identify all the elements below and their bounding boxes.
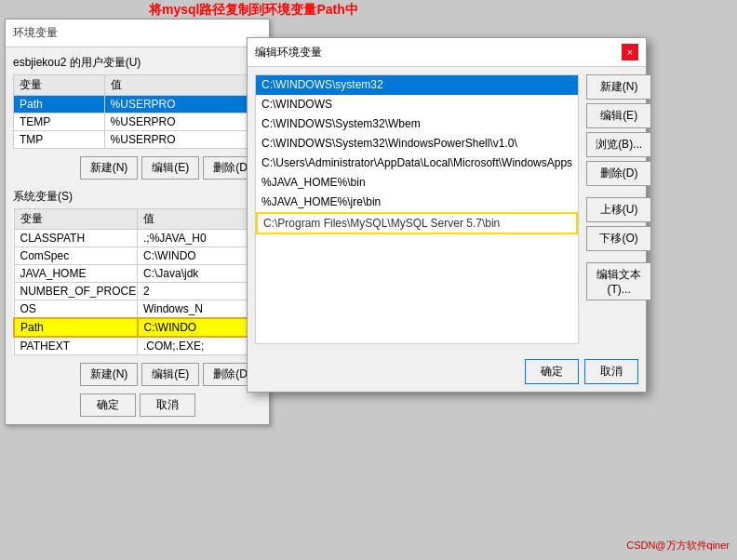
sys-col-var: 变量 — [14, 209, 138, 230]
path-list-item[interactable]: C:\WINDOWS — [256, 95, 578, 114]
sys-var-cell: OS — [14, 300, 138, 319]
user-section-label: esbjiekou2 的用户变量(U) — [13, 55, 261, 71]
edit-dialog-body: C:\WINDOWS\system32C:\WINDOWSC:\WINDOWS\… — [248, 67, 646, 352]
sys-val-cell: C:\WINDO — [138, 318, 261, 337]
user-val-cell: %USERPRO — [104, 131, 261, 149]
path-list-item[interactable]: %JAVA_HOME%\jre\bin — [256, 193, 578, 212]
annotation-text: 将mysql路径复制到环境变量Path中 — [149, 2, 358, 19]
sys-table-row[interactable]: NUMBER_OF_PROCESSORS2 — [14, 283, 261, 300]
env-footer: 确定 取消 — [13, 393, 261, 417]
sys-val-cell: C:\WINDO — [138, 247, 261, 265]
user-val-cell: %USERPRO — [104, 96, 261, 113]
sys-table-row[interactable]: PATHEXT.COM;.EXE; — [14, 337, 261, 355]
env-window-content: esbjiekou2 的用户变量(U) 变量 值 Path%USERPROTEM… — [6, 47, 269, 424]
env-window: 环境变量 esbjiekou2 的用户变量(U) 变量 值 Path%USERP… — [5, 19, 270, 425]
env-ok-btn[interactable]: 确定 — [80, 393, 136, 417]
user-edit-btn[interactable]: 编辑(E) — [141, 156, 199, 180]
path-list-container: C:\WINDOWS\system32C:\WINDOWSC:\WINDOWS\… — [255, 74, 579, 344]
sys-val-cell: Windows_N — [138, 300, 261, 319]
sys-val-cell: C:\Java\jdk — [138, 265, 261, 283]
side-moveup-btn[interactable]: 上移(U) — [586, 197, 651, 222]
edit-cancel-btn[interactable]: 取消 — [584, 359, 638, 384]
sys-table-row[interactable]: ComSpecC:\WINDO — [14, 247, 261, 265]
edit-ok-btn[interactable]: 确定 — [525, 359, 579, 384]
side-buttons: 新建(N) 编辑(E) 浏览(B)... 删除(D) 上移(U) 下移(O) 编… — [586, 74, 651, 344]
sys-var-cell: NUMBER_OF_PROCESSORS — [14, 283, 138, 300]
edit-dialog-title-bar: 编辑环境变量 × — [248, 38, 646, 67]
sys-buttons: 新建(N) 编辑(E) 删除(D) — [13, 363, 261, 386]
user-col-var: 变量 — [14, 75, 105, 96]
sys-val-cell: .COM;.EXE; — [138, 337, 261, 355]
path-list-item[interactable]: C:\WINDOWS\system32 — [256, 75, 578, 95]
path-list-item[interactable]: %JAVA_HOME%\bin — [256, 173, 578, 193]
side-edit-btn[interactable]: 编辑(E) — [586, 103, 651, 128]
user-table-row[interactable]: TEMP%USERPRO — [14, 113, 261, 131]
user-table-row[interactable]: Path%USERPRO — [14, 96, 261, 113]
sys-var-cell: PATHEXT — [14, 337, 138, 355]
user-var-cell: Path — [14, 96, 105, 113]
env-window-title: 环境变量 — [13, 25, 58, 41]
sys-var-cell: CLASSPATH — [14, 230, 138, 247]
path-list[interactable]: C:\WINDOWS\system32C:\WINDOWSC:\WINDOWS\… — [255, 74, 579, 344]
side-browse-btn[interactable]: 浏览(B)... — [586, 132, 651, 157]
sys-edit-btn[interactable]: 编辑(E) — [141, 363, 199, 386]
watermark: CSDN@万方软件qiner — [626, 539, 730, 553]
sys-var-cell: ComSpec — [14, 247, 138, 265]
env-cancel-btn[interactable]: 取消 — [140, 393, 195, 417]
sys-table-row[interactable]: OSWindows_N — [14, 300, 261, 319]
side-edittext-btn[interactable]: 编辑文本(T)... — [586, 262, 651, 300]
sys-col-val: 值 — [138, 209, 261, 230]
side-movedown-btn[interactable]: 下移(O) — [586, 226, 651, 251]
sys-table-row[interactable]: PathC:\WINDO — [14, 318, 261, 337]
side-delete-btn[interactable]: 删除(D) — [586, 161, 651, 186]
user-var-cell: TEMP — [14, 113, 105, 131]
edit-dialog-title: 编辑环境变量 — [255, 45, 322, 60]
sys-var-table: 变量 值 CLASSPATH.;%JAVA_H0ComSpecC:\WINDOJ… — [13, 208, 261, 355]
edit-dialog-footer: 确定 取消 — [248, 352, 646, 392]
path-list-item[interactable]: C:\Users\Administrator\AppData\Local\Mic… — [256, 153, 578, 173]
sys-table-row[interactable]: CLASSPATH.;%JAVA_H0 — [14, 230, 261, 247]
user-col-val: 值 — [104, 75, 261, 96]
sys-var-cell: JAVA_HOME — [14, 265, 138, 283]
user-table-row[interactable]: TMP%USERPRO — [14, 131, 261, 149]
user-buttons: 新建(N) 编辑(E) 删除(D) — [13, 156, 261, 180]
user-var-table: 变量 值 Path%USERPROTEMP%USERPROTMP%USERPRO — [13, 74, 261, 149]
sys-val-cell: 2 — [138, 283, 261, 300]
sys-new-btn[interactable]: 新建(N) — [80, 363, 139, 386]
edit-dialog-close-btn[interactable]: × — [622, 44, 638, 60]
sys-table-row[interactable]: JAVA_HOMEC:\Java\jdk — [14, 265, 261, 283]
sys-val-cell: .;%JAVA_H0 — [138, 230, 261, 247]
edit-dialog: 编辑环境变量 × C:\WINDOWS\system32C:\WINDOWSC:… — [247, 37, 647, 393]
env-window-title-bar: 环境变量 — [6, 20, 269, 47]
path-list-item[interactable]: C:\Program Files\MySQL\MySQL Server 5.7\… — [256, 212, 578, 234]
side-new-btn[interactable]: 新建(N) — [586, 74, 651, 100]
path-list-item[interactable]: C:\WINDOWS\System32\Wbem — [256, 114, 578, 134]
user-var-cell: TMP — [14, 131, 105, 149]
user-new-btn[interactable]: 新建(N) — [80, 156, 139, 180]
sys-section-label: 系统变量(S) — [13, 189, 261, 205]
sys-var-cell: Path — [14, 318, 138, 337]
path-list-item[interactable]: C:\WINDOWS\System32\WindowsPowerShell\v1… — [256, 134, 578, 153]
user-val-cell: %USERPRO — [104, 113, 261, 131]
